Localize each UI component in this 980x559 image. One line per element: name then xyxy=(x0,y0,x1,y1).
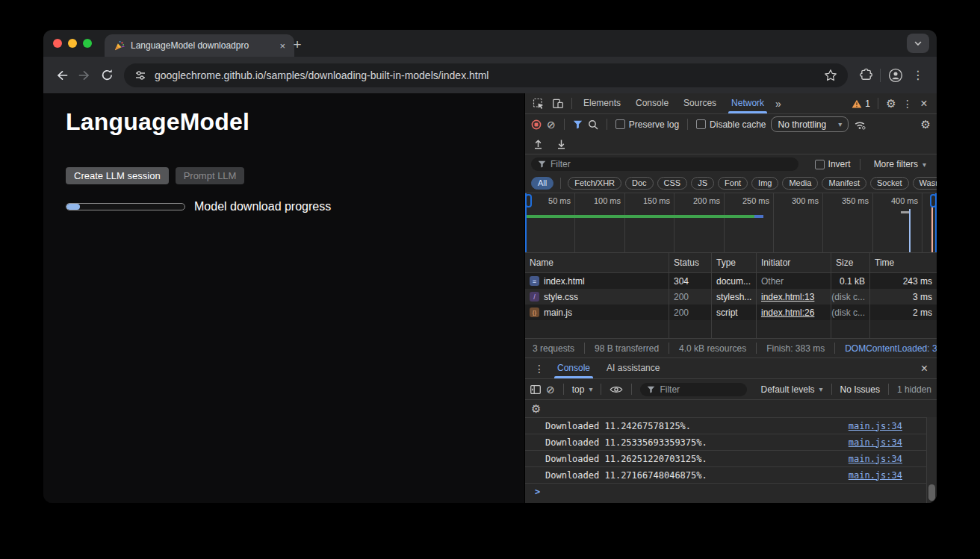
request-type: script xyxy=(712,305,757,320)
log-levels-select[interactable]: Default levels ▾ xyxy=(761,384,823,395)
issues-status[interactable]: No Issues xyxy=(840,384,880,395)
devtools-close-icon[interactable]: × xyxy=(916,98,932,110)
message-source-link[interactable]: main.js:34 xyxy=(849,454,902,464)
forward-icon[interactable] xyxy=(73,64,96,87)
inspect-element-icon[interactable] xyxy=(530,98,548,110)
drawer-tab-console[interactable]: Console xyxy=(551,358,597,378)
invert-checkbox[interactable]: Invert xyxy=(815,159,851,169)
device-toolbar-icon[interactable] xyxy=(549,98,567,110)
request-name[interactable]: style.css xyxy=(544,292,578,302)
console-settings-gear-icon[interactable]: ⚙ xyxy=(531,403,541,414)
request-name[interactable]: index.html xyxy=(544,276,585,287)
network-conditions-icon[interactable] xyxy=(854,119,866,130)
divider xyxy=(687,119,688,130)
filter-toggle-icon[interactable] xyxy=(573,120,583,129)
chip-js[interactable]: JS xyxy=(691,177,714,190)
request-time: 2 ms xyxy=(870,305,937,320)
prompt-llm-button[interactable]: Prompt LLM xyxy=(176,167,245,184)
extensions-icon[interactable] xyxy=(854,64,876,87)
initiator-link[interactable]: index.html:13 xyxy=(761,292,814,302)
reload-icon[interactable] xyxy=(96,64,118,87)
tab-close-icon[interactable]: × xyxy=(278,41,287,51)
console-sidebar-icon[interactable] xyxy=(530,385,541,394)
table-row[interactable]: /style.css 200 stylesh... index.html:13 … xyxy=(525,289,937,305)
hidden-messages-count[interactable]: 1 hidden xyxy=(897,384,931,395)
close-window-button[interactable] xyxy=(53,39,62,48)
bookmark-star-icon[interactable] xyxy=(824,69,837,82)
clear-console-icon[interactable]: ⊘ xyxy=(546,384,555,395)
live-expression-eye-icon[interactable] xyxy=(610,385,623,394)
tab-network[interactable]: Network xyxy=(725,93,771,113)
export-har-icon[interactable] xyxy=(556,139,566,149)
browser-menu-icon[interactable]: ⋮ xyxy=(907,64,929,87)
request-name[interactable]: main.js xyxy=(544,307,572,318)
message-source-link[interactable]: main.js:34 xyxy=(849,437,902,448)
chip-manifest[interactable]: Manifest xyxy=(822,177,866,190)
profile-avatar-icon[interactable] xyxy=(884,64,907,87)
chip-socket[interactable]: Socket xyxy=(870,177,909,190)
zoom-window-button[interactable] xyxy=(83,39,92,48)
devtools-settings-gear-icon[interactable]: ⚙ xyxy=(883,98,899,109)
console-messages[interactable]: Downloaded 11.24267578125%. main.js:34 D… xyxy=(525,417,937,503)
chip-wasm[interactable]: Wasm xyxy=(913,177,937,190)
tab-console[interactable]: Console xyxy=(629,93,675,113)
checkbox-box[interactable] xyxy=(615,119,625,129)
more-filters-button[interactable]: More filters ▾ xyxy=(869,159,931,169)
divider xyxy=(560,178,561,189)
funnel-icon xyxy=(647,386,655,393)
table-row[interactable]: ≡index.html 304 docum... Other 0.1 kB 24… xyxy=(525,273,937,289)
col-time[interactable]: Time xyxy=(870,253,937,272)
col-initiator[interactable]: Initiator xyxy=(757,253,831,272)
tab-strip-chevron-button[interactable] xyxy=(907,34,929,53)
record-network-log-icon[interactable] xyxy=(531,119,542,130)
create-llm-session-button[interactable]: Create LLM session xyxy=(66,167,169,184)
network-filter-input[interactable]: Filter xyxy=(531,157,798,171)
col-type[interactable]: Type xyxy=(712,253,757,272)
drawer-tab-ai-assistance[interactable]: AI assistance xyxy=(600,358,666,378)
chip-font[interactable]: Font xyxy=(718,177,748,190)
drawer-close-icon[interactable]: × xyxy=(918,363,931,375)
chip-media[interactable]: Media xyxy=(782,177,818,190)
initiator-link[interactable]: index.html:26 xyxy=(761,307,814,318)
preserve-log-checkbox[interactable]: Preserve log xyxy=(615,119,679,130)
checkbox-box[interactable] xyxy=(815,160,825,169)
message-source-link[interactable]: main.js:34 xyxy=(849,421,902,431)
disable-cache-checkbox[interactable]: Disable cache xyxy=(696,119,766,130)
throttling-select[interactable]: No throttling ▾ xyxy=(771,116,849,132)
checkbox-box[interactable] xyxy=(696,119,706,129)
back-icon[interactable] xyxy=(51,64,73,87)
chip-doc[interactable]: Doc xyxy=(625,177,654,190)
message-source-link[interactable]: main.js:34 xyxy=(849,470,902,481)
scrollbar-thumb[interactable] xyxy=(928,484,935,501)
table-row[interactable]: {}main.js 200 script index.html:26 (disk… xyxy=(525,305,937,320)
chip-fetch-xhr[interactable]: Fetch/XHR xyxy=(568,177,621,190)
progress-label: Model download progress xyxy=(194,200,331,213)
console-filter-input[interactable]: Filter xyxy=(640,383,747,396)
request-status: 200 xyxy=(669,305,712,320)
console-prompt[interactable]: > xyxy=(525,483,937,500)
url-text[interactable]: googlechrome.github.io/samples/downloadi… xyxy=(155,69,816,81)
browser-tab[interactable]: LanguageModel downloadpro × xyxy=(105,34,294,57)
site-settings-icon[interactable] xyxy=(134,69,146,81)
address-bar[interactable]: googlechrome.github.io/samples/downloadi… xyxy=(124,63,848,87)
chip-css[interactable]: CSS xyxy=(657,177,688,190)
tab-sources[interactable]: Sources xyxy=(677,93,723,113)
chip-all[interactable]: All xyxy=(531,177,553,190)
search-icon[interactable] xyxy=(588,119,598,130)
tab-elements[interactable]: Elements xyxy=(577,93,627,113)
issues-warning-badge[interactable]: 1 xyxy=(849,99,873,109)
drawer-menu-icon[interactable]: ⋮ xyxy=(531,363,548,374)
new-tab-button[interactable]: + xyxy=(287,34,308,55)
col-name[interactable]: Name xyxy=(525,253,669,272)
network-settings-gear-icon[interactable]: ⚙ xyxy=(921,119,931,130)
devtools-menu-icon[interactable]: ⋮ xyxy=(901,99,914,109)
network-timeline-overview[interactable]: 50 ms 100 ms 150 ms 200 ms 250 ms 300 ms… xyxy=(525,193,937,253)
clear-network-log-icon[interactable]: ⊘ xyxy=(547,119,556,130)
more-tabs-icon[interactable]: » xyxy=(772,99,784,109)
execution-context-select[interactable]: top ▾ xyxy=(572,384,593,395)
chip-img[interactable]: Img xyxy=(751,177,778,190)
import-har-icon[interactable] xyxy=(533,139,543,149)
minimize-window-button[interactable] xyxy=(68,39,77,48)
col-status[interactable]: Status xyxy=(669,253,712,272)
col-size[interactable]: Size xyxy=(831,253,870,272)
